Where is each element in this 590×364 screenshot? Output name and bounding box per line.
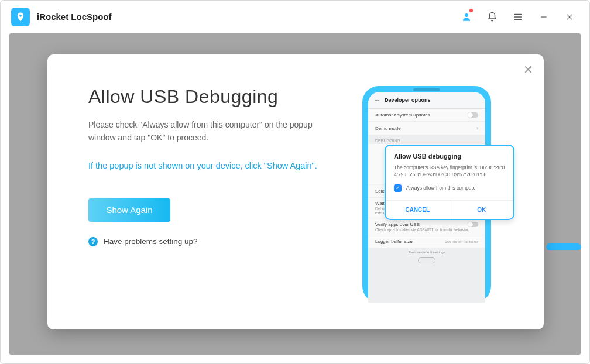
dev-options-title: Developer options — [385, 97, 431, 103]
phone-illustration: ← Developer options Automatic system upd… — [362, 86, 509, 306]
close-button[interactable] — [560, 8, 579, 26]
modal-content: Allow USB Debugging Please check "Always… — [88, 86, 345, 306]
notification-dot — [469, 9, 473, 12]
modal-hint: If the popup is not shown on your device… — [88, 161, 345, 170]
help-row: ? Have problems setting up? — [88, 237, 345, 246]
menu-icon[interactable] — [509, 8, 527, 26]
back-icon: ← — [374, 96, 381, 104]
row-buffer: Logger buffer size 256 KB per log buffer — [368, 235, 485, 248]
phone-notch — [413, 88, 440, 91]
popup-actions: CANCEL OK — [386, 200, 513, 219]
svg-point-0 — [19, 14, 22, 16]
user-icon[interactable] — [457, 8, 476, 26]
section-debugging: DEBUGGING — [368, 135, 485, 144]
bell-icon[interactable] — [483, 8, 502, 26]
toggle-icon — [468, 112, 478, 118]
popup-body: The computer's RSA key fingerprint is: B… — [394, 164, 505, 178]
modal-title: Allow USB Debugging — [88, 86, 345, 108]
help-icon: ? — [88, 237, 98, 246]
progress-indicator — [546, 243, 581, 250]
app-title: iRocket LocSpoof — [37, 12, 112, 22]
popup-checkbox-row: ✓ Always allow from this computer — [394, 184, 505, 192]
svg-point-1 — [465, 13, 468, 17]
modal-close-icon[interactable]: ✕ — [523, 63, 533, 77]
toggle-icon — [468, 222, 478, 227]
usb-popup: Allow USB debugging The computer's RSA k… — [385, 145, 514, 220]
popup-ok: OK — [450, 201, 514, 219]
help-link[interactable]: Have problems setting up? — [104, 237, 198, 246]
popup-title: Allow USB debugging — [394, 153, 505, 160]
show-again-button[interactable]: Show Again — [88, 198, 170, 222]
restore-defaults: Restore default settings — [368, 248, 485, 256]
minimize-button[interactable] — [534, 8, 553, 26]
home-indicator — [418, 257, 435, 263]
app-window: iRocket LocSpoof ✕ Allow USB Debugging P… — [0, 0, 590, 364]
dev-options-header: ← Developer options — [368, 92, 485, 109]
titlebar: iRocket LocSpoof — [1, 1, 589, 33]
row-auto-updates: Automatic system updates — [368, 109, 485, 122]
modal-body: Please check "Always allow from this com… — [88, 118, 323, 145]
checkbox-checked-icon: ✓ — [394, 184, 402, 192]
popup-cancel: CANCEL — [386, 201, 450, 219]
row-demo-mode: Demo mode › — [368, 122, 485, 135]
chevron-right-icon: › — [476, 125, 478, 131]
usb-debugging-modal: ✕ Allow USB Debugging Please check "Alwa… — [47, 54, 544, 329]
app-icon — [11, 8, 30, 26]
popup-checkbox-label: Always allow from this computer — [406, 185, 477, 191]
